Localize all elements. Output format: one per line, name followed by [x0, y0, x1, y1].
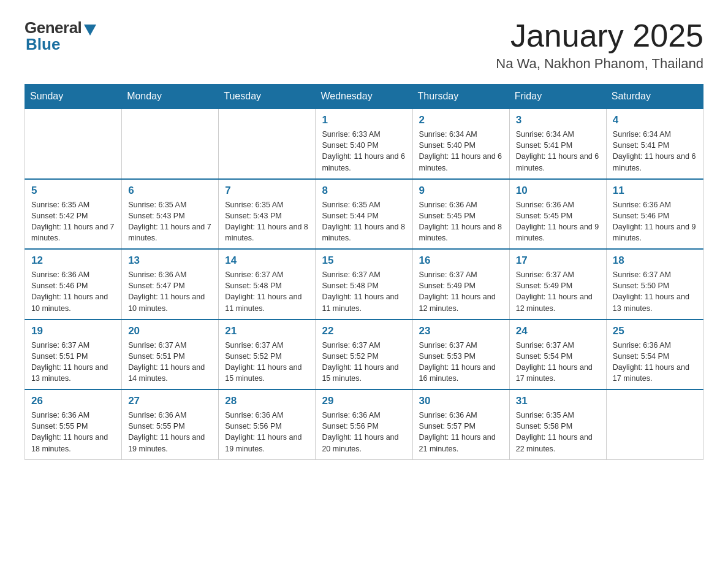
calendar-cell: 5Sunrise: 6:35 AM Sunset: 5:42 PM Daylig… [25, 179, 122, 250]
weekday-header-wednesday: Wednesday [316, 85, 412, 109]
day-number: 4 [613, 114, 697, 126]
day-number: 9 [419, 185, 503, 197]
weekday-header-row: SundayMondayTuesdayWednesdayThursdayFrid… [25, 85, 703, 109]
day-number: 15 [322, 255, 406, 267]
day-number: 22 [322, 325, 406, 337]
day-number: 26 [31, 395, 115, 407]
day-info: Sunrise: 6:37 AM Sunset: 5:51 PM Dayligh… [31, 340, 115, 385]
calendar-cell: 27Sunrise: 6:36 AM Sunset: 5:55 PM Dayli… [122, 389, 219, 459]
day-number: 24 [516, 325, 600, 337]
day-info: Sunrise: 6:35 AM Sunset: 5:43 PM Dayligh… [128, 199, 212, 244]
calendar-cell: 3Sunrise: 6:34 AM Sunset: 5:41 PM Daylig… [509, 109, 606, 179]
week-row-5: 26Sunrise: 6:36 AM Sunset: 5:55 PM Dayli… [25, 389, 703, 459]
weekday-header-sunday: Sunday [25, 85, 122, 109]
calendar-cell: 23Sunrise: 6:37 AM Sunset: 5:53 PM Dayli… [412, 320, 509, 390]
day-number: 11 [613, 185, 697, 197]
day-info: Sunrise: 6:36 AM Sunset: 5:45 PM Dayligh… [516, 199, 600, 244]
day-number: 16 [419, 255, 503, 267]
day-info: Sunrise: 6:37 AM Sunset: 5:50 PM Dayligh… [613, 269, 697, 314]
calendar-cell: 11Sunrise: 6:36 AM Sunset: 5:46 PM Dayli… [606, 179, 703, 250]
day-number: 27 [128, 395, 212, 407]
day-info: Sunrise: 6:37 AM Sunset: 5:48 PM Dayligh… [322, 269, 406, 314]
calendar-cell: 16Sunrise: 6:37 AM Sunset: 5:49 PM Dayli… [412, 249, 509, 320]
calendar-cell: 29Sunrise: 6:36 AM Sunset: 5:56 PM Dayli… [316, 389, 412, 459]
day-info: Sunrise: 6:34 AM Sunset: 5:40 PM Dayligh… [419, 129, 503, 174]
calendar-cell: 13Sunrise: 6:36 AM Sunset: 5:47 PM Dayli… [122, 249, 219, 320]
day-info: Sunrise: 6:37 AM Sunset: 5:53 PM Dayligh… [419, 340, 503, 385]
day-info: Sunrise: 6:37 AM Sunset: 5:51 PM Dayligh… [128, 340, 212, 385]
day-number: 28 [225, 395, 309, 407]
day-number: 12 [31, 255, 115, 267]
day-info: Sunrise: 6:36 AM Sunset: 5:45 PM Dayligh… [419, 199, 503, 244]
calendar-cell: 6Sunrise: 6:35 AM Sunset: 5:43 PM Daylig… [122, 179, 219, 250]
calendar-cell: 20Sunrise: 6:37 AM Sunset: 5:51 PM Dayli… [122, 320, 219, 390]
calendar-cell: 2Sunrise: 6:34 AM Sunset: 5:40 PM Daylig… [412, 109, 509, 179]
day-number: 25 [613, 325, 697, 337]
page-header: General Blue January 2025 Na Wa, Nakhon … [25, 18, 703, 72]
week-row-1: 1Sunrise: 6:33 AM Sunset: 5:40 PM Daylig… [25, 109, 703, 179]
day-number: 3 [516, 114, 600, 126]
day-info: Sunrise: 6:36 AM Sunset: 5:56 PM Dayligh… [225, 410, 309, 454]
day-info: Sunrise: 6:37 AM Sunset: 5:54 PM Dayligh… [516, 340, 600, 385]
week-row-2: 5Sunrise: 6:35 AM Sunset: 5:42 PM Daylig… [25, 179, 703, 250]
day-number: 2 [419, 114, 503, 126]
day-number: 23 [419, 325, 503, 337]
day-info: Sunrise: 6:36 AM Sunset: 5:56 PM Dayligh… [322, 410, 406, 454]
day-number: 6 [128, 185, 212, 197]
day-info: Sunrise: 6:33 AM Sunset: 5:40 PM Dayligh… [322, 129, 406, 174]
calendar-cell [122, 109, 219, 179]
day-info: Sunrise: 6:37 AM Sunset: 5:48 PM Dayligh… [225, 269, 309, 314]
title-section: January 2025 Na Wa, Nakhon Phanom, Thail… [496, 18, 703, 72]
calendar-cell: 19Sunrise: 6:37 AM Sunset: 5:51 PM Dayli… [25, 320, 122, 390]
day-info: Sunrise: 6:36 AM Sunset: 5:46 PM Dayligh… [31, 269, 115, 314]
day-info: Sunrise: 6:37 AM Sunset: 5:49 PM Dayligh… [419, 269, 503, 314]
day-info: Sunrise: 6:34 AM Sunset: 5:41 PM Dayligh… [613, 129, 697, 174]
day-info: Sunrise: 6:34 AM Sunset: 5:41 PM Dayligh… [516, 129, 600, 174]
day-number: 8 [322, 185, 406, 197]
day-info: Sunrise: 6:36 AM Sunset: 5:54 PM Dayligh… [613, 340, 697, 385]
calendar-cell: 22Sunrise: 6:37 AM Sunset: 5:52 PM Dayli… [316, 320, 412, 390]
day-info: Sunrise: 6:37 AM Sunset: 5:52 PM Dayligh… [225, 340, 309, 385]
day-info: Sunrise: 6:37 AM Sunset: 5:52 PM Dayligh… [322, 340, 406, 385]
day-number: 14 [225, 255, 309, 267]
calendar-cell: 8Sunrise: 6:35 AM Sunset: 5:44 PM Daylig… [316, 179, 412, 250]
day-info: Sunrise: 6:37 AM Sunset: 5:49 PM Dayligh… [516, 269, 600, 314]
weekday-header-saturday: Saturday [606, 85, 703, 109]
day-number: 20 [128, 325, 212, 337]
calendar-cell [25, 109, 122, 179]
logo: General Blue [25, 18, 96, 54]
day-info: Sunrise: 6:35 AM Sunset: 5:58 PM Dayligh… [516, 410, 600, 454]
day-number: 18 [613, 255, 697, 267]
calendar-cell: 31Sunrise: 6:35 AM Sunset: 5:58 PM Dayli… [509, 389, 606, 459]
calendar-cell: 14Sunrise: 6:37 AM Sunset: 5:48 PM Dayli… [219, 249, 316, 320]
location-title: Na Wa, Nakhon Phanom, Thailand [496, 56, 703, 72]
day-info: Sunrise: 6:35 AM Sunset: 5:43 PM Dayligh… [225, 199, 309, 244]
day-number: 30 [419, 395, 503, 407]
calendar-cell: 25Sunrise: 6:36 AM Sunset: 5:54 PM Dayli… [606, 320, 703, 390]
day-number: 5 [31, 185, 115, 197]
calendar-cell: 26Sunrise: 6:36 AM Sunset: 5:55 PM Dayli… [25, 389, 122, 459]
day-info: Sunrise: 6:35 AM Sunset: 5:42 PM Dayligh… [31, 199, 115, 244]
day-info: Sunrise: 6:36 AM Sunset: 5:46 PM Dayligh… [613, 199, 697, 244]
week-row-4: 19Sunrise: 6:37 AM Sunset: 5:51 PM Dayli… [25, 320, 703, 390]
day-number: 10 [516, 185, 600, 197]
day-number: 17 [516, 255, 600, 267]
day-number: 19 [31, 325, 115, 337]
weekday-header-monday: Monday [122, 85, 219, 109]
month-title: January 2025 [496, 18, 703, 53]
calendar-cell: 28Sunrise: 6:36 AM Sunset: 5:56 PM Dayli… [219, 389, 316, 459]
calendar-cell: 15Sunrise: 6:37 AM Sunset: 5:48 PM Dayli… [316, 249, 412, 320]
calendar-table: SundayMondayTuesdayWednesdayThursdayFrid… [25, 84, 703, 460]
weekday-header-friday: Friday [509, 85, 606, 109]
day-number: 13 [128, 255, 212, 267]
day-info: Sunrise: 6:36 AM Sunset: 5:55 PM Dayligh… [31, 410, 115, 454]
logo-blue-text: Blue [25, 35, 60, 54]
day-number: 1 [322, 114, 406, 126]
weekday-header-thursday: Thursday [412, 85, 509, 109]
calendar-cell: 4Sunrise: 6:34 AM Sunset: 5:41 PM Daylig… [606, 109, 703, 179]
calendar-cell: 30Sunrise: 6:36 AM Sunset: 5:57 PM Dayli… [412, 389, 509, 459]
calendar-cell: 18Sunrise: 6:37 AM Sunset: 5:50 PM Dayli… [606, 249, 703, 320]
calendar-cell [606, 389, 703, 459]
calendar-cell: 12Sunrise: 6:36 AM Sunset: 5:46 PM Dayli… [25, 249, 122, 320]
calendar-cell: 7Sunrise: 6:35 AM Sunset: 5:43 PM Daylig… [219, 179, 316, 250]
